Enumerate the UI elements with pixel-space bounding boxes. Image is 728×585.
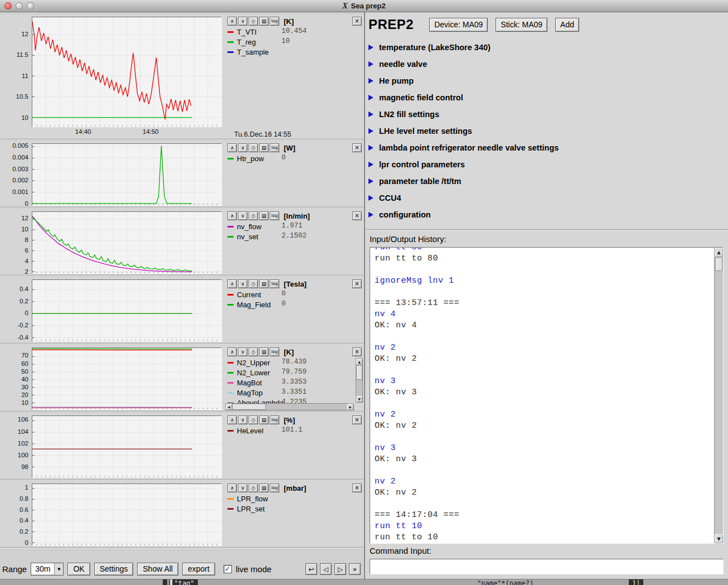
tree-item-10[interactable]: CCU4 <box>368 190 725 206</box>
scroll-up-button[interactable]: ∧ <box>227 484 237 492</box>
export-button[interactable]: export <box>182 563 215 576</box>
grid-toggle-button[interactable]: ▤ <box>259 279 269 288</box>
tree-item-5[interactable]: LN2 fill settings <box>368 106 725 123</box>
expand-arrow-icon[interactable] <box>368 128 373 134</box>
history-scrollbar[interactable]: ▲ ▼ <box>714 248 723 543</box>
zoom-reset-button[interactable]: ◇ <box>249 484 258 492</box>
command-input[interactable] <box>370 559 724 574</box>
scroll-up-button[interactable]: ∧ <box>227 17 237 26</box>
scroll-down-button[interactable]: ∨ <box>238 211 247 220</box>
scroll-up-button[interactable]: ∧ <box>227 415 237 424</box>
minimize-window-button[interactable] <box>16 2 23 9</box>
close-chart-button[interactable]: × <box>352 17 362 26</box>
history-scrollbar-thumb[interactable] <box>715 258 722 271</box>
log-scale-button[interactable]: log <box>270 279 279 288</box>
pan-left-button[interactable]: ◁ <box>320 563 332 575</box>
zoom-reset-button[interactable]: ◇ <box>249 347 258 356</box>
log-scale-button[interactable]: log <box>270 484 279 492</box>
scroll-down-icon[interactable]: ▼ <box>715 534 723 543</box>
show-all-button[interactable]: Show All <box>137 563 178 576</box>
scroll-up-button[interactable]: ∧ <box>227 279 237 288</box>
grid-toggle-button[interactable]: ▤ <box>259 143 269 152</box>
grid-toggle-button[interactable]: ▤ <box>259 484 269 492</box>
expand-arrow-icon[interactable] <box>368 95 373 100</box>
expand-arrow-icon[interactable] <box>368 145 373 151</box>
log-scale-button[interactable]: log <box>270 415 279 424</box>
grid-toggle-button[interactable]: ▤ <box>259 211 269 220</box>
tree-item-7[interactable]: lambda point refrigerator needle valve s… <box>368 139 725 156</box>
legend-vscroll-track[interactable] <box>356 365 362 396</box>
scroll-up-button[interactable]: ∧ <box>227 143 237 152</box>
expand-arrow-icon[interactable] <box>368 45 373 50</box>
zoom-reset-button[interactable]: ◇ <box>249 17 258 26</box>
plot-area[interactable] <box>32 484 222 546</box>
history-scrollbar-track[interactable] <box>715 257 723 534</box>
expand-arrow-icon[interactable] <box>368 78 373 84</box>
expand-arrow-icon[interactable] <box>368 162 373 167</box>
io-history-text[interactable]: run tt 80run tt to 80ignoreMsg lnv 1=== … <box>370 248 714 543</box>
zoom-reset-button[interactable]: ◇ <box>249 415 258 424</box>
scroll-up-button[interactable]: ∧ <box>227 347 237 356</box>
tree-item-9[interactable]: parameter table /tt/tm <box>368 173 725 190</box>
tree-item-8[interactable]: lpr control parameters <box>368 156 725 173</box>
plot-area[interactable] <box>32 17 222 127</box>
expand-arrow-icon[interactable] <box>368 61 373 67</box>
zoom-reset-button[interactable]: ◇ <box>249 279 258 288</box>
close-chart-button[interactable]: × <box>352 279 362 288</box>
legend-scrollbar-vertical[interactable]: ▲▼ <box>356 358 363 403</box>
legend-scrollbar-horizontal[interactable]: ◀▶ <box>225 403 354 410</box>
expand-arrow-icon[interactable] <box>368 212 373 217</box>
pan-right-button[interactable]: ▷ <box>334 563 346 575</box>
log-scale-button[interactable]: log <box>270 17 279 26</box>
plot-area[interactable] <box>32 415 222 478</box>
scroll-down-button[interactable]: ∨ <box>238 279 247 288</box>
settings-button[interactable]: Settings <box>94 563 134 576</box>
scroll-down-button[interactable]: ∨ <box>238 484 247 492</box>
close-chart-button[interactable]: × <box>352 415 362 424</box>
close-chart-button[interactable]: × <box>352 211 362 220</box>
scroll-left-icon[interactable]: ◀ <box>226 404 232 410</box>
plot-area[interactable] <box>32 279 222 342</box>
scroll-down-icon[interactable]: ▼ <box>356 396 362 402</box>
tree-item-4[interactable]: magnetic field control <box>368 89 725 106</box>
pan-latest-button[interactable]: » <box>349 563 361 575</box>
legend-vscroll-thumb[interactable] <box>356 365 362 380</box>
scroll-down-button[interactable]: ∨ <box>238 17 247 26</box>
expand-arrow-icon[interactable] <box>368 112 373 117</box>
close-chart-button[interactable]: × <box>352 143 362 152</box>
zoom-window-button[interactable] <box>27 2 34 9</box>
zoom-reset-button[interactable]: ◇ <box>249 211 258 220</box>
tree-item-6[interactable]: LHe level meter settings <box>368 123 725 139</box>
scroll-down-button[interactable]: ∨ <box>238 347 247 356</box>
scroll-down-button[interactable]: ∨ <box>238 415 247 424</box>
range-select[interactable]: 30m ▼ <box>31 563 64 576</box>
scroll-up-icon[interactable]: ▲ <box>715 248 723 257</box>
legend-hscroll-thumb[interactable] <box>232 404 266 410</box>
grid-toggle-button[interactable]: ▤ <box>259 17 269 26</box>
close-chart-button[interactable]: × <box>352 347 362 356</box>
tree-item-11[interactable]: configuration <box>368 206 725 223</box>
ok-button[interactable]: OK <box>67 563 90 576</box>
scroll-right-icon[interactable]: ▶ <box>347 404 353 410</box>
scroll-down-button[interactable]: ∨ <box>238 143 247 152</box>
scroll-up-button[interactable]: ∧ <box>227 211 237 220</box>
log-scale-button[interactable]: log <box>270 347 279 356</box>
plot-area[interactable] <box>32 211 222 274</box>
grid-toggle-button[interactable]: ▤ <box>259 415 269 424</box>
device-button[interactable]: Device: MA09 <box>429 18 488 32</box>
stick-button[interactable]: Stick: MA09 <box>496 18 547 32</box>
expand-arrow-icon[interactable] <box>368 195 373 201</box>
plot-area[interactable] <box>32 143 222 206</box>
log-scale-button[interactable]: log <box>270 211 279 220</box>
window-titlebar[interactable]: X Sea prep2 <box>0 0 728 12</box>
scroll-up-icon[interactable]: ▲ <box>356 359 362 365</box>
zoom-reset-button[interactable]: ◇ <box>249 143 258 152</box>
pan-reset-button[interactable]: ↩ <box>305 563 317 575</box>
grid-toggle-button[interactable]: ▤ <box>259 347 269 356</box>
tree-item-3[interactable]: He pump <box>368 72 725 89</box>
plot-area[interactable] <box>32 347 222 410</box>
legend-hscroll-track[interactable] <box>232 404 347 410</box>
live-mode-checkbox[interactable]: ✓ <box>224 565 232 573</box>
log-scale-button[interactable]: log <box>270 143 279 152</box>
tree-item-1[interactable]: temperature (LakeShore 340) <box>368 39 725 56</box>
